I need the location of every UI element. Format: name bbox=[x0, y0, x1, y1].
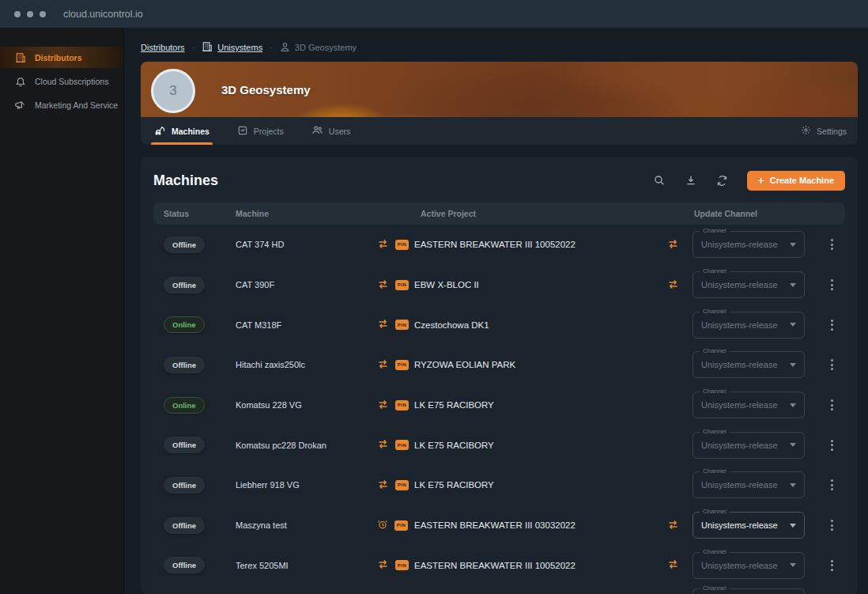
transfer-project-icon[interactable] bbox=[667, 239, 679, 251]
tab-machines[interactable]: Machines bbox=[154, 117, 209, 145]
swap-project-icon[interactable] bbox=[377, 479, 389, 491]
create-machine-button[interactable]: + Create Machine bbox=[747, 171, 846, 191]
breadcrumb-separator: · bbox=[192, 43, 195, 52]
breadcrumb-item: 3D Geosystemy bbox=[280, 42, 357, 54]
status-badge: Online bbox=[164, 316, 205, 333]
swap-project-icon[interactable] bbox=[377, 359, 389, 371]
row-menu-button[interactable] bbox=[828, 276, 836, 293]
breadcrumb-item[interactable]: Unisystems bbox=[202, 41, 262, 54]
window-dot[interactable] bbox=[27, 11, 33, 17]
main-content: Distributors·Unisystems·3D Geosystemy 3 … bbox=[124, 28, 868, 594]
tab-projects[interactable]: Projects bbox=[237, 117, 284, 145]
window-dot[interactable] bbox=[14, 11, 21, 17]
browser-chrome: cloud.unicontrol.io bbox=[0, 0, 868, 28]
row-menu-button[interactable] bbox=[828, 316, 836, 334]
sidebar-item-distributors[interactable]: Distributors bbox=[0, 47, 123, 68]
active-project-name: Czestochowa DK1 bbox=[414, 320, 489, 330]
column-header-status: Status bbox=[153, 209, 236, 218]
status-badge: Offline bbox=[164, 517, 205, 534]
sidebar-item-marketing-and-service[interactable]: Marketing And Service bbox=[0, 94, 123, 115]
chevron-down-icon bbox=[790, 524, 796, 528]
table-row: Offline Liebherr 918 VG PIN LK E75 RACIB… bbox=[153, 465, 845, 505]
channel-select[interactable]: Channel Unisystems-release bbox=[693, 351, 805, 378]
channel-select-label: Channel bbox=[700, 227, 730, 234]
active-project-name: LK E75 RACIBORY bbox=[414, 441, 494, 450]
channel-select-value: Unisystems-release bbox=[701, 480, 790, 490]
channel-select[interactable]: Channel Unisystems-release bbox=[693, 432, 805, 459]
transfer-project-icon[interactable] bbox=[667, 559, 679, 571]
schedule-icon[interactable] bbox=[377, 519, 388, 532]
refresh-icon[interactable] bbox=[712, 170, 733, 191]
chevron-down-icon bbox=[790, 483, 796, 487]
breadcrumb-item[interactable]: Distributors bbox=[141, 43, 185, 52]
table-row-partial: Channel bbox=[153, 588, 845, 594]
window-dot[interactable] bbox=[40, 11, 46, 17]
channel-select-label: Channel bbox=[700, 388, 730, 395]
channel-select[interactable]: Channel Unisystems-release bbox=[693, 312, 805, 339]
sidebar-item-cloud-subscriptions[interactable]: Cloud Subscriptions bbox=[0, 70, 123, 92]
excavator-icon bbox=[154, 124, 166, 138]
channel-select[interactable]: Channel bbox=[693, 588, 805, 594]
chevron-down-icon bbox=[790, 323, 796, 327]
table-row: Offline Terex 5205MI PIN EASTERN BREAKWA… bbox=[153, 546, 845, 586]
channel-select-value: Unisystems-release bbox=[701, 441, 790, 450]
download-icon[interactable] bbox=[681, 170, 701, 191]
transfer-project-icon[interactable] bbox=[667, 279, 679, 291]
window-controls[interactable] bbox=[14, 11, 46, 17]
channel-select[interactable]: Channel Unisystems-release bbox=[693, 471, 805, 498]
active-project-name: LK E75 RACIBORY bbox=[414, 400, 494, 410]
chevron-down-icon bbox=[790, 283, 796, 287]
machine-name: CAT 374 HD bbox=[236, 240, 284, 249]
search-icon[interactable] bbox=[649, 170, 670, 191]
channel-select[interactable]: Channel Unisystems-release bbox=[693, 392, 805, 418]
channel-select-label: Channel bbox=[700, 308, 730, 315]
channel-select-value: Unisystems-release bbox=[701, 320, 790, 330]
avatar: 3 bbox=[151, 69, 195, 113]
channel-select-label: Channel bbox=[700, 347, 730, 354]
row-menu-button[interactable] bbox=[828, 516, 836, 534]
channel-select[interactable]: Channel Unisystems-release bbox=[693, 271, 805, 298]
channel-select[interactable]: Channel Unisystems-release bbox=[693, 512, 805, 539]
plus-icon: + bbox=[758, 175, 764, 186]
swap-project-icon[interactable] bbox=[377, 399, 389, 411]
url-bar[interactable]: cloud.unicontrol.io bbox=[63, 9, 143, 20]
pin-badge: PIN bbox=[395, 440, 409, 450]
pin-badge: PIN bbox=[395, 360, 409, 370]
active-project-name: RYZOWA EOLIAN PARK bbox=[414, 360, 515, 369]
machine-name: CAT 390F bbox=[236, 280, 274, 289]
column-header-update-channel: Update Channel bbox=[691, 209, 845, 218]
channel-select[interactable]: Channel Unisystems-release bbox=[693, 552, 805, 579]
tab-settings[interactable]: Settings bbox=[801, 117, 847, 145]
building-icon bbox=[14, 51, 26, 63]
users-icon bbox=[311, 124, 323, 138]
machine-name: Komatsu pc228 Drokan bbox=[236, 441, 326, 450]
swap-project-icon[interactable] bbox=[377, 439, 389, 451]
row-menu-button[interactable] bbox=[828, 356, 836, 373]
table-row: Online Komatsu 228 VG PIN LK E75 RACIBOR… bbox=[153, 385, 845, 426]
row-menu-button[interactable] bbox=[828, 476, 836, 494]
swap-project-icon[interactable] bbox=[377, 559, 389, 571]
row-menu-button[interactable] bbox=[828, 437, 836, 454]
machine-name: Terex 5205MI bbox=[236, 561, 289, 570]
status-badge: Offline bbox=[164, 357, 205, 373]
machine-name: CAT M318F bbox=[236, 320, 281, 330]
swap-project-icon[interactable] bbox=[377, 279, 389, 291]
table-row: Offline CAT 390F PIN EBW X-BLOC II Chann… bbox=[153, 265, 845, 305]
status-badge: Offline bbox=[164, 236, 205, 253]
building-icon bbox=[202, 41, 213, 54]
channel-select[interactable]: Channel Unisystems-release bbox=[693, 231, 805, 258]
page-title: 3D Geosystemy bbox=[221, 83, 311, 96]
tab-users[interactable]: Users bbox=[311, 117, 350, 145]
channel-select-value: Unisystems-release bbox=[701, 520, 790, 530]
swap-project-icon[interactable] bbox=[377, 239, 389, 251]
channel-select-label: Channel bbox=[700, 467, 730, 475]
transfer-project-icon[interactable] bbox=[667, 520, 679, 532]
row-menu-button[interactable] bbox=[828, 396, 836, 414]
channel-select-label: Channel bbox=[700, 267, 730, 274]
channel-select-value: Unisystems-release bbox=[701, 240, 790, 249]
chevron-down-icon bbox=[790, 363, 796, 367]
swap-project-icon[interactable] bbox=[377, 319, 389, 331]
row-menu-button[interactable] bbox=[828, 236, 836, 253]
row-menu-button[interactable] bbox=[828, 557, 836, 574]
status-badge: Offline bbox=[164, 437, 205, 453]
